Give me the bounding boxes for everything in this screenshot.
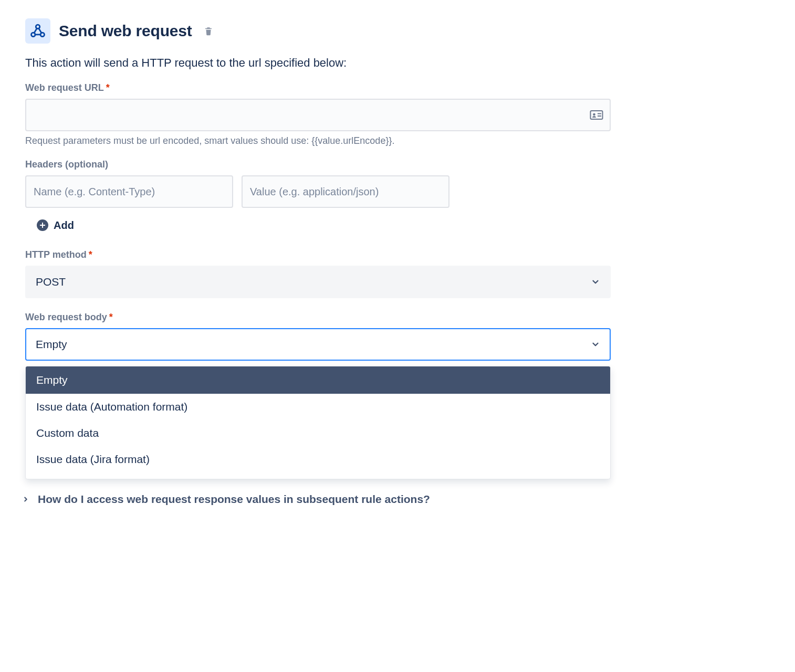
header-row: Send web request — [25, 18, 611, 44]
webhook-icon — [25, 18, 50, 44]
http-method-select[interactable]: POST — [25, 266, 611, 298]
svg-rect-3 — [591, 111, 603, 119]
header-value-input[interactable] — [242, 175, 449, 208]
http-method-label: HTTP method * — [25, 249, 611, 260]
required-star: * — [89, 249, 92, 260]
delete-icon[interactable] — [204, 26, 213, 36]
id-card-icon[interactable] — [590, 109, 603, 121]
add-header-button[interactable]: Add — [37, 219, 74, 232]
body-option-custom[interactable]: Custom data — [26, 420, 610, 446]
help-expander[interactable]: How do I access web request response val… — [22, 493, 611, 506]
body-dropdown: Empty Issue data (Automation format) Cus… — [25, 366, 611, 479]
headers-label: Headers (optional) — [25, 159, 611, 170]
page-title: Send web request — [59, 22, 192, 40]
url-label-text: Web request URL — [25, 82, 104, 93]
url-input[interactable] — [25, 99, 611, 131]
http-method-label-text: HTTP method — [25, 249, 87, 260]
svg-point-4 — [593, 113, 595, 116]
headers-row — [25, 175, 611, 208]
url-input-wrap — [25, 99, 611, 131]
body-label-text: Web request body — [25, 312, 107, 323]
header-name-input[interactable] — [25, 175, 233, 208]
http-method-value: POST — [36, 276, 66, 288]
chevron-down-icon — [591, 340, 600, 349]
body-label: Web request body * — [25, 312, 611, 323]
url-label: Web request URL * — [25, 82, 611, 93]
body-option-issue-automation[interactable]: Issue data (Automation format) — [26, 394, 610, 420]
required-star: * — [106, 82, 110, 93]
body-selected-value: Empty — [36, 338, 67, 351]
chevron-right-icon — [22, 496, 29, 503]
url-help-text: Request parameters must be url encoded, … — [25, 135, 611, 146]
required-star: * — [109, 312, 113, 323]
body-option-empty[interactable]: Empty — [26, 366, 610, 394]
chevron-down-icon — [591, 277, 600, 287]
action-description: This action will send a HTTP request to … — [25, 56, 611, 70]
body-option-issue-jira[interactable]: Issue data (Jira format) — [26, 446, 610, 472]
help-expander-label: How do I access web request response val… — [38, 493, 430, 506]
plus-icon — [37, 219, 48, 231]
body-select[interactable]: Empty — [25, 328, 611, 361]
add-label: Add — [54, 219, 74, 232]
